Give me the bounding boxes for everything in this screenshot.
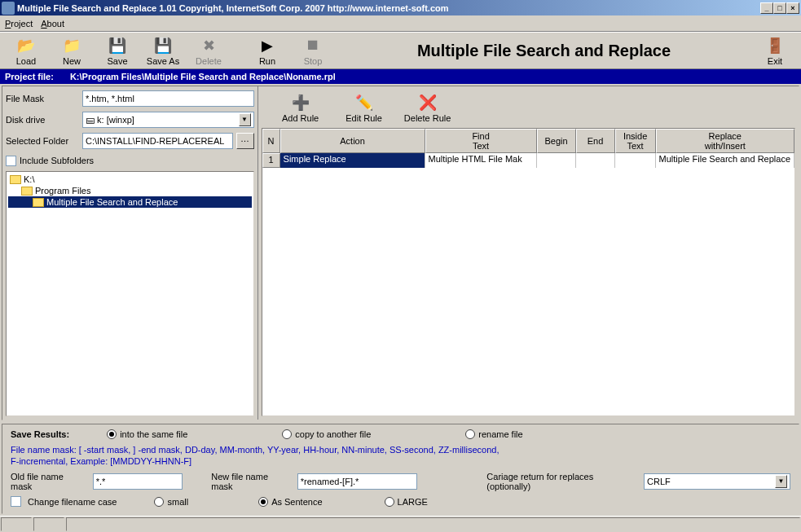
edit-rule-button[interactable]: ✏️ Edit Rule [338,93,390,123]
cell-inside [615,153,656,168]
new-mask-input[interactable] [297,473,418,490]
tree-root[interactable]: K:\ [8,174,252,185]
folder-tree[interactable]: K:\ Program Files Multiple File Search a… [6,171,254,416]
delete-rule-icon: ❌ [418,93,438,112]
run-icon: ▶ [257,36,277,55]
project-file-label: Project file: [5,72,54,81]
save-as-icon: 💾 [153,36,173,55]
minimize-button[interactable]: _ [760,2,773,14]
col-action[interactable]: Action [280,129,425,153]
include-subfolders-checkbox[interactable] [6,156,16,166]
radio-icon [154,497,164,507]
menu-bar: Project About [0,15,801,32]
project-file-path: K:\Program Files\Multiple File Search an… [70,72,336,81]
edit-icon: ✏️ [354,93,374,112]
delete-icon: ✖ [199,36,218,55]
filename-mask-hint2: F-incremental, Example: [MMDDYY-HHNN-F] [11,455,790,467]
radio-icon [465,429,475,439]
left-panel: File Mask Disk drive 🖴 k: [winxp] ▼ Sele… [2,86,258,420]
add-icon: ➕ [291,93,310,112]
cr-combo[interactable]: CRLF ▼ [644,473,790,490]
radio-rename-file[interactable]: rename file [465,429,522,439]
col-replace[interactable]: Replace with/Insert [656,129,794,153]
row-number: 1 [262,153,280,168]
change-case-checkbox[interactable] [11,496,21,507]
close-button[interactable]: × [786,2,799,14]
browse-folder-button[interactable]: … [236,133,254,149]
status-cell [1,517,32,531]
window-title: Multiple File Search and Replace 1.01 Co… [17,3,760,13]
load-button[interactable]: 📂 Load [3,33,49,68]
chevron-down-icon: ▼ [239,113,251,126]
folder-open-icon [10,175,21,184]
change-case-label: Change filename case [28,497,117,507]
main-area: File Mask Disk drive 🖴 k: [winxp] ▼ Sele… [2,86,799,420]
cell-end [576,153,615,168]
load-icon: 📂 [16,36,36,55]
tree-node-program-files[interactable]: Program Files [8,185,252,196]
tree-node-selected[interactable]: Multiple File Search and Replace [8,196,252,208]
rules-table: N Action Find Text Begin End Inside Text… [262,128,795,416]
delete-rule-button[interactable]: ❌ Delete Rule [402,93,454,123]
include-subfolders-label: Include Subfolders [20,156,94,165]
menu-project[interactable]: Project [5,19,33,29]
cell-find: Multiple HTML File Mak [425,153,537,168]
selected-folder-label: Selected Folder [6,136,79,146]
selected-folder-input[interactable] [82,133,233,149]
window-titlebar: Multiple File Search and Replace 1.01 Co… [0,0,801,15]
radio-icon [107,429,117,439]
radio-same-file[interactable]: into the same file [107,429,187,439]
folder-open-icon [21,187,33,196]
cell-begin [537,153,576,168]
radio-case-sentence[interactable]: As Sentence [258,497,322,507]
save-results-label: Save Results: [11,429,69,439]
exit-button[interactable]: 🚪 Exit [752,33,798,68]
stop-icon: ⏹ [303,36,323,55]
save-as-button[interactable]: 💾 Save As [140,33,186,68]
disk-drive-combo[interactable]: 🖴 k: [winxp] ▼ [82,112,254,128]
filename-mask-hint1: File name mask: [ -start mask, ] -end ma… [11,444,790,455]
run-button[interactable]: ▶ Run [244,33,290,68]
col-find[interactable]: Find Text [425,129,537,153]
col-begin[interactable]: Begin [537,129,576,153]
status-cell [66,517,800,531]
new-button[interactable]: 📁 New [49,33,95,68]
menu-about[interactable]: About [41,19,64,29]
col-n[interactable]: N [262,129,280,153]
bottom-panel: Save Results: into the same file copy to… [2,424,799,514]
radio-copy-file[interactable]: copy to another file [282,429,371,439]
delete-button[interactable]: ✖ Delete [186,33,231,68]
cell-replace: Multiple File Search and Replace [656,153,794,168]
radio-case-small[interactable]: small [154,497,188,507]
rule-toolbar: ➕ Add Rule ✏️ Edit Rule ❌ Delete Rule [262,90,795,128]
maximize-button[interactable]: □ [773,2,786,14]
save-icon: 💾 [108,36,127,55]
radio-icon [385,497,394,507]
table-row[interactable]: 1 Simple Replace Multiple HTML File Mak … [262,153,794,168]
radio-icon [282,429,292,439]
col-end[interactable]: End [576,129,615,153]
stop-button[interactable]: ⏹ Stop [290,33,336,68]
add-rule-button[interactable]: ➕ Add Rule [275,93,327,123]
new-mask-label: New file name mask [211,472,290,491]
app-icon [2,2,15,15]
file-mask-input[interactable] [82,90,254,107]
old-mask-input[interactable] [93,473,183,490]
new-icon: 📁 [62,36,81,55]
status-cell [33,517,64,531]
old-mask-label: Old file name mask [11,472,86,491]
exit-icon: 🚪 [765,36,785,55]
col-inside[interactable]: Inside Text [615,129,656,153]
save-button[interactable]: 💾 Save [95,33,140,68]
folder-open-icon [33,198,44,207]
project-file-bar: Project file: K:\Program Files\Multiple … [0,69,801,84]
radio-case-large[interactable]: LARGE [385,497,428,507]
radio-icon [258,497,268,507]
right-panel: ➕ Add Rule ✏️ Edit Rule ❌ Delete Rule N … [258,86,799,420]
cell-action: Simple Replace [280,153,425,168]
rules-header: N Action Find Text Begin End Inside Text… [262,129,794,153]
main-toolbar: 📂 Load 📁 New 💾 Save 💾 Save As ✖ Delete ▶… [0,32,801,69]
app-title: Multiple File Search and Replace [336,42,752,60]
disk-drive-label: Disk drive [6,115,79,125]
file-mask-label: File Mask [6,94,79,103]
